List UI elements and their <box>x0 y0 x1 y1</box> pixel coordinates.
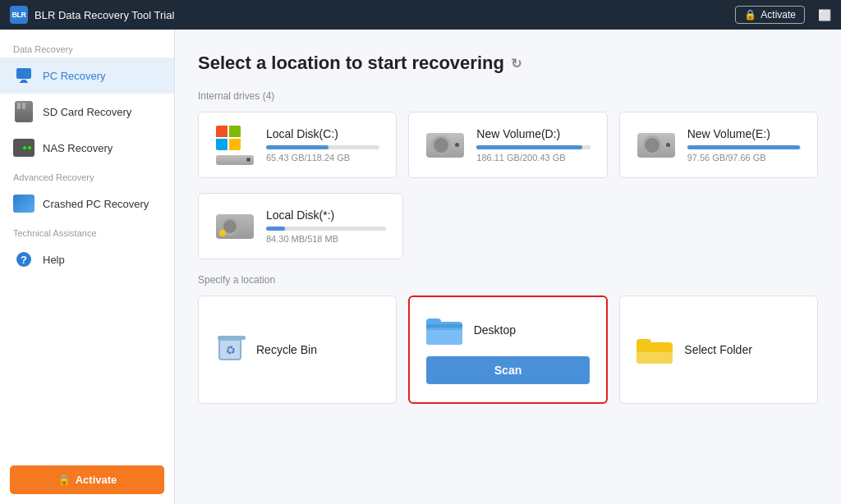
sidebar-item-nas-recovery[interactable]: NAS Recovery <box>0 130 174 166</box>
section-technical-label: Technical Assistance <box>0 222 174 241</box>
locations-grid: ♻ Recycle Bin <box>198 296 818 404</box>
location-section: Specify a location ♻ <box>198 274 818 404</box>
windows-icon <box>216 126 241 150</box>
select-folder-icon <box>636 336 673 364</box>
recycle-bin-label: Recycle Bin <box>256 343 317 356</box>
sidebar-item-sd-card-recovery[interactable]: SD Card Recovery <box>0 94 174 130</box>
lock-icon: 🔒 <box>744 9 756 21</box>
svg-rect-1 <box>21 80 26 81</box>
hdd-e-icon-wrapper <box>636 130 676 161</box>
sidebar: Data Recovery PC Recovery SD Card Recove… <box>0 30 175 504</box>
desktop-folder-icon <box>426 315 462 345</box>
drive-e-fill <box>687 145 800 149</box>
scan-button[interactable]: Scan <box>426 356 591 384</box>
drive-c-info: Local Disk(C:) 65.43 GB/118.24 GB <box>266 127 379 163</box>
sd-card-icon <box>13 101 34 122</box>
titlebar: BLR BLR Data Recovery Tool Trial 🔒 Activ… <box>0 0 841 30</box>
drive-card-d[interactable]: New Volume(D:) 186.11 GB/200.43 GB <box>408 112 607 178</box>
hdd-d-icon <box>426 133 464 158</box>
drive-e-size: 97.56 GB/97.66 GB <box>687 153 801 163</box>
internal-drives-label: Internal drives (4) <box>198 90 818 102</box>
refresh-icon[interactable]: ↻ <box>511 56 522 71</box>
sidebar-help-label: Help <box>43 254 65 266</box>
drive-d-info: New Volume(D:) 186.11 GB/200.43 GB <box>476 127 590 163</box>
select-folder-label: Select Folder <box>684 343 751 356</box>
drive-d-fill <box>476 145 582 149</box>
recycle-bin-icon: ♻ <box>215 335 245 364</box>
drive-d-name: New Volume(D:) <box>476 127 590 140</box>
drive-c-bar <box>266 145 379 149</box>
drive-e-bar <box>687 145 801 149</box>
desktop-label: Desktop <box>474 323 516 337</box>
drive-c-fill <box>266 145 329 149</box>
section-data-recovery-label: Data Recovery <box>0 38 174 57</box>
drive-d-size: 186.11 GB/200.43 GB <box>476 153 590 163</box>
location-card-recycle-bin[interactable]: ♻ Recycle Bin <box>198 296 397 404</box>
hdd-star-icon <box>216 214 254 239</box>
app-title: BLR Data Recovery Tool Trial <box>34 9 174 21</box>
hdd-d-icon-wrapper <box>425 130 465 161</box>
hdd-star-icon-wrapper <box>215 211 255 242</box>
windows-drive-icon-wrapper <box>215 130 255 161</box>
titlebar-right: 🔒 Activate ⬜ <box>735 6 831 24</box>
drive-card-c[interactable]: Local Disk(C:) 65.43 GB/118.24 GB <box>198 112 397 178</box>
drive-c-name: Local Disk(C:) <box>266 127 379 140</box>
titlebar-left: BLR BLR Data Recovery Tool Trial <box>10 6 174 24</box>
drive-star-size: 84.30 MB/518 MB <box>266 234 386 244</box>
drive-star-name: Local Disk(*:) <box>266 208 386 222</box>
nas-icon <box>13 137 34 158</box>
hdd-e-icon <box>637 133 675 158</box>
drive-star-bar <box>266 227 386 231</box>
drive-e-name: New Volume(E:) <box>687 127 801 140</box>
drive-e-info: New Volume(E:) 97.56 GB/97.66 GB <box>687 127 801 163</box>
sidebar-pc-recovery-label: PC Recovery <box>43 70 106 82</box>
help-icon: ? <box>13 249 34 270</box>
svg-rect-0 <box>16 68 31 79</box>
app-logo: BLR <box>10 6 28 24</box>
sidebar-item-crashed-pc-recovery[interactable]: Crashed PC Recovery <box>0 186 174 222</box>
content-area: Select a location to start recovering ↻ … <box>175 30 841 504</box>
lock-icon-bottom: 🔒 <box>57 474 71 486</box>
main-layout: Data Recovery PC Recovery SD Card Recove… <box>0 30 841 504</box>
drives-grid-row2: Local Disk(*:) 84.30 MB/518 MB <box>198 193 818 259</box>
titlebar-minimize-icon[interactable]: ⬜ <box>818 9 831 21</box>
sidebar-crashed-pc-label: Crashed PC Recovery <box>43 198 149 210</box>
drive-card-e[interactable]: New Volume(E:) 97.56 GB/97.66 GB <box>619 112 818 178</box>
sidebar-activate-button[interactable]: 🔒 Activate <box>10 465 164 494</box>
svg-rect-2 <box>20 81 28 83</box>
sidebar-sd-card-label: SD Card Recovery <box>43 106 131 118</box>
page-title: Select a location to start recovering ↻ <box>198 53 818 74</box>
drive-star-fill <box>266 227 285 231</box>
crashed-pc-icon <box>13 193 34 214</box>
section-advanced-label: Advanced Recovery <box>0 166 174 186</box>
drive-d-bar <box>476 145 590 149</box>
monitor-icon <box>13 65 34 86</box>
drive-card-star[interactable]: Local Disk(*:) 84.30 MB/518 MB <box>198 193 403 259</box>
drive-star-info: Local Disk(*:) 84.30 MB/518 MB <box>266 208 386 244</box>
drive-c-size: 65.43 GB/118.24 GB <box>266 153 379 163</box>
specify-location-label: Specify a location <box>198 274 818 286</box>
svg-text:?: ? <box>21 254 27 266</box>
sidebar-item-help[interactable]: ? Help <box>0 241 174 277</box>
titlebar-activate-button[interactable]: 🔒 Activate <box>735 6 805 24</box>
sidebar-item-pc-recovery[interactable]: PC Recovery <box>0 57 174 94</box>
drives-grid-row1: Local Disk(C:) 65.43 GB/118.24 GB New Vo… <box>198 112 818 178</box>
sidebar-nas-label: NAS Recovery <box>43 142 113 154</box>
location-card-select-folder[interactable]: Select Folder <box>619 296 818 404</box>
location-card-desktop[interactable]: Desktop Scan <box>408 296 609 404</box>
